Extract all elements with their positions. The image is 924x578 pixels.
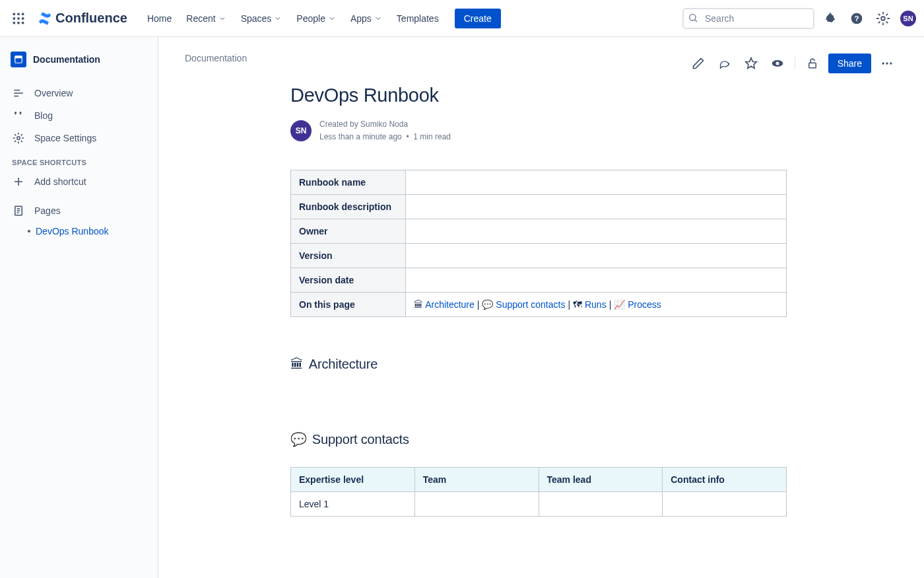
svg-rect-15 [15,56,22,59]
edit-icon[interactable] [688,53,709,74]
col-contact: Contact info [663,468,787,492]
svg-point-9 [690,14,696,20]
table-row: Level 1 [291,492,787,517]
toc-process-emoji: 📈 [614,299,625,310]
runbook-meta-table: Runbook name Runbook description Owner V… [290,170,787,317]
meta-label-toc: On this page [291,293,406,317]
create-button[interactable]: Create [455,9,501,28]
cell-contact[interactable] [663,492,787,517]
sidebar-pages[interactable]: Pages [5,199,152,222]
nav-apps[interactable]: Apps [344,9,389,28]
svg-point-13 [881,17,885,20]
cell-lead[interactable] [539,492,663,517]
nav-people[interactable]: People [290,9,343,28]
nav-apps-label: Apps [350,13,372,24]
restrictions-icon[interactable] [802,53,823,74]
main-content: Documentation Share DevOps Runbook SN Cr… [158,37,924,578]
svg-rect-1 [17,13,19,15]
sidebar-blog-label: Blog [34,110,53,121]
confluence-logo[interactable]: Confluence [32,11,133,26]
page-header: Documentation Share [185,53,898,74]
more-actions-icon[interactable] [876,53,898,74]
sidebar-space-settings[interactable]: Space Settings [5,127,152,149]
action-divider [795,57,795,70]
user-avatar[interactable]: SN [900,11,916,26]
toc-support-emoji: 💬 [482,299,493,310]
svg-rect-5 [22,17,24,19]
sidebar-add-shortcut-label: Add shortcut [34,176,86,187]
nav-spaces[interactable]: Spaces [234,9,289,28]
table-row: Runbook description [291,195,787,219]
sidebar-overview[interactable]: Overview [5,82,152,104]
cell-team[interactable] [414,492,539,517]
search-icon [688,13,698,25]
app-switcher-icon[interactable] [8,8,29,29]
meta-value-desc[interactable] [406,195,787,219]
support-contacts-table: Expertise level Team Team lead Contact i… [290,467,787,517]
nav-people-label: People [296,13,325,24]
meta-value-date[interactable] [406,268,787,293]
plus-icon [12,176,25,188]
watch-icon[interactable] [767,53,788,74]
col-expertise: Expertise level [291,468,415,492]
toc-link-support[interactable]: Support contacts [496,299,565,310]
table-row: On this page 🏛 Architecture|💬 Support co… [291,293,787,317]
read-time: 1 min read [413,132,451,141]
svg-point-19 [17,137,20,140]
chevron-down-icon [218,15,226,22]
page-tree-item-label: DevOps Runbook [36,226,109,236]
star-icon[interactable] [741,53,762,74]
svg-rect-6 [13,22,15,24]
author-name[interactable]: Sumiko Noda [360,120,408,129]
col-lead: Team lead [539,468,663,492]
byline: SN Created by Sumiko Noda Less than a mi… [290,118,792,143]
meta-value-toc: 🏛 Architecture|💬 Support contacts|🗺 Runs… [406,293,787,317]
cell-expertise[interactable]: Level 1 [291,492,415,517]
help-icon[interactable]: ? [846,8,867,29]
support-emoji-icon: 💬 [290,431,307,447]
time-ago: Less than a minute ago [319,132,402,141]
sidebar: Documentation Overview Blog Space Settin… [0,37,158,578]
nav-recent-label: Recent [186,13,215,24]
top-nav: Confluence Home Recent Spaces People App… [0,0,924,37]
sidebar-add-shortcut[interactable]: Add shortcut [5,170,152,193]
page-tree-item-current[interactable]: DevOps Runbook [5,222,152,240]
toc-link-architecture[interactable]: Architecture [425,299,475,310]
page-title: DevOps Runbook [290,85,792,106]
meta-label-name: Runbook name [291,170,406,195]
meta-value-owner[interactable] [406,219,787,244]
meta-label-desc: Runbook description [291,195,406,219]
notifications-icon[interactable] [820,8,841,29]
sidebar-overview-label: Overview [34,88,73,98]
svg-line-10 [695,19,697,21]
chevron-down-icon [274,15,282,22]
sidebar-settings-label: Space Settings [34,133,96,143]
svg-point-30 [882,62,884,64]
nav-home[interactable]: Home [141,9,178,28]
search-input[interactable] [682,8,814,29]
breadcrumb[interactable]: Documentation [185,53,247,63]
svg-point-28 [776,62,779,65]
settings-icon[interactable] [873,8,894,29]
space-icon [11,52,26,67]
toc-link-process[interactable]: Process [628,299,661,310]
table-header-row: Expertise level Team Team lead Contact i… [291,468,787,492]
meta-value-name[interactable] [406,170,787,195]
meta-label-owner: Owner [291,219,406,244]
nav-templates[interactable]: Templates [390,9,446,28]
arch-emoji-icon: 🏛 [290,357,304,372]
author-avatar[interactable]: SN [290,120,312,141]
meta-value-version[interactable] [406,244,787,268]
table-row: Version date [291,268,787,293]
sidebar-blog[interactable]: Blog [5,104,152,127]
space-header[interactable]: Documentation [5,48,152,71]
toc-runs-emoji: 🗺 [573,299,582,310]
svg-rect-4 [17,17,19,19]
nav-recent[interactable]: Recent [180,9,232,28]
toc-arch-emoji: 🏛 [414,299,423,310]
share-button[interactable]: Share [828,54,871,73]
toc-link-runs[interactable]: Runs [585,299,607,310]
gear-icon [12,132,25,144]
comment-icon[interactable] [714,53,735,74]
meta-label-version: Version [291,244,406,268]
